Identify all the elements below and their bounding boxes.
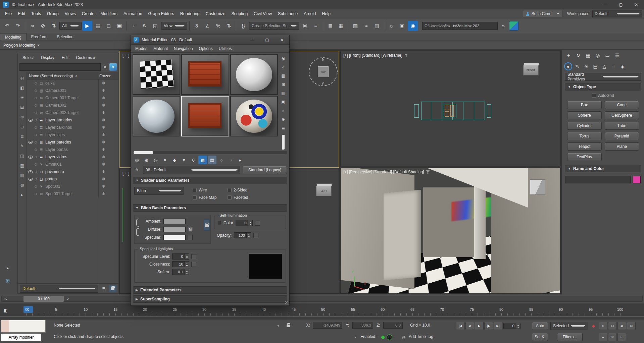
eye-icon[interactable] [28, 156, 33, 159]
utilities-tab-icon[interactable]: ☰ [613, 51, 622, 60]
close-icon[interactable]: ✕ [276, 35, 288, 45]
expand-tray-icon[interactable]: ▸ [4, 264, 11, 272]
lock-icon[interactable] [285, 322, 292, 330]
toggle-ribbon-icon[interactable]: ▦ [336, 21, 346, 31]
material-id-channel-icon[interactable]: 0 [189, 156, 198, 164]
material-slot-3[interactable] [230, 54, 278, 95]
frozen-icon[interactable]: ❄ [98, 116, 118, 124]
go-to-start-button[interactable]: |◀ [456, 322, 465, 330]
filter-icon[interactable]: ▦ [19, 162, 26, 169]
name-color-rollout[interactable]: ▼ Name and Color [565, 165, 641, 172]
hide-dot-icon[interactable] [35, 156, 37, 158]
polygon-modeling-panel[interactable]: Polygon Modeling [3, 43, 35, 48]
clear-search-icon[interactable]: ✕ [102, 65, 108, 69]
wire-checkbox[interactable] [193, 188, 197, 192]
menu-graph-editors[interactable]: Graph Editors [145, 9, 177, 18]
list-item[interactable]: ▤Camera002❄ [27, 102, 118, 109]
list-item[interactable]: ▤Camera001❄ [27, 87, 118, 94]
frame-indicator[interactable]: 0 / 100 [23, 296, 64, 302]
eye-icon[interactable] [28, 141, 33, 144]
viewport-filter-icon[interactable] [404, 54, 408, 57]
tube-button[interactable]: Tube [605, 122, 639, 130]
2sided-checkbox[interactable] [228, 188, 232, 192]
zoom-extents-icon[interactable]: ◉ [617, 322, 626, 330]
window-crossing-icon[interactable]: ▣ [114, 21, 125, 31]
render-production-icon[interactable]: ◉ [408, 21, 418, 31]
frozen-icon[interactable]: ❄ [98, 94, 118, 102]
supersampling-rollout[interactable]: ▶ SuperSampling [133, 295, 287, 303]
menu-file[interactable]: File [2, 9, 15, 18]
menu-display[interactable]: Display [38, 55, 57, 60]
render-setup-icon[interactable]: ☼ [386, 21, 396, 31]
named-selection-set-combo[interactable]: Create Selection Set [249, 22, 299, 30]
menu-edit[interactable]: Edit [58, 55, 72, 60]
filter-icon[interactable]: ≣ [19, 133, 26, 140]
enabled-toggle-icon[interactable]: ◔ [351, 334, 358, 341]
frozen-icon[interactable]: ❄ [98, 183, 118, 190]
viewport-left-label[interactable]: [ + ] [122, 171, 129, 176]
object-name-field[interactable] [565, 176, 631, 183]
search-input[interactable] [19, 63, 101, 71]
object-name[interactable]: Camera002 [45, 103, 98, 108]
tab-modeling[interactable]: Modeling [0, 33, 27, 41]
column-name-header[interactable]: Name (Sorted Ascending) ▲ [27, 72, 97, 79]
frozen-icon[interactable]: ❄ [98, 109, 118, 116]
horizontal-scrollbar[interactable] [133, 151, 287, 154]
specular-level-field[interactable]: 0 [172, 253, 185, 260]
menu-customize[interactable]: Customize [202, 9, 228, 18]
specular-color-swatch[interactable] [163, 235, 186, 240]
object-color-swatch[interactable] [633, 176, 641, 183]
show-material-in-viewport-icon[interactable]: ▩ [198, 156, 207, 164]
selection-filter-dropdown[interactable]: All [59, 22, 82, 30]
specular-level-spinner[interactable] [185, 253, 189, 260]
menu-create[interactable]: Create [79, 9, 98, 18]
menu-rendering[interactable]: Rendering [177, 9, 203, 18]
material-name-dropdown[interactable]: 08 - Default [143, 166, 240, 174]
material-slot-4[interactable] [133, 96, 180, 136]
menu-material[interactable]: Material [150, 46, 171, 51]
z-coordinate-field[interactable]: 0.0 [383, 322, 403, 329]
previous-key-button[interactable]: ◀| [465, 322, 474, 330]
filter-icon[interactable]: ▤ [19, 104, 26, 111]
menu-navigation[interactable]: Navigation [171, 46, 196, 51]
filter-icon[interactable]: ◻ [19, 123, 26, 130]
viewport-front[interactable]: [+] [Front] [Standard] [Wireframe] FRONT [340, 51, 560, 166]
filter-icon[interactable]: ◫ [19, 153, 26, 159]
viewport-menu-label[interactable]: [+] [Front] [Standard] [Wireframe] [343, 53, 402, 58]
select-and-rotate-icon[interactable]: ↻ [140, 21, 150, 31]
time-tag-icon[interactable]: ◎ [400, 334, 407, 341]
hide-dot-icon[interactable] [35, 97, 37, 99]
workspace-dropdown[interactable]: Default [592, 10, 642, 17]
project-folder-field[interactable] [422, 22, 498, 30]
object-name[interactable]: Layer:armarios [45, 118, 98, 122]
geometry-category-icon[interactable]: ● [564, 62, 572, 70]
object-name[interactable]: Layer:paredes [45, 140, 98, 145]
object-name[interactable]: Spot001 [45, 184, 98, 189]
menu-customize[interactable]: Customize [72, 55, 98, 60]
opacity-map-button[interactable] [253, 233, 258, 238]
filter-icon[interactable]: ▥ [19, 172, 26, 179]
unlink-icon[interactable]: ⊘ [38, 21, 48, 31]
object-name[interactable]: portap [45, 177, 98, 181]
current-frame-field[interactable]: 0 [503, 323, 516, 329]
put-to-scene-icon[interactable]: ◉ [142, 156, 151, 164]
object-name[interactable]: pavimento [45, 169, 98, 174]
list-item[interactable]: ≣Layer:vidros❄ [27, 153, 118, 161]
viewport-persp-label[interactable]: [+] [Perspective] [Standard] [Default Sh… [343, 170, 430, 174]
object-name[interactable]: Camera002.Target [45, 110, 98, 115]
viewport-menu-label[interactable]: [ + ] [122, 171, 129, 176]
list-item[interactable]: ◻portap❄ [27, 175, 118, 183]
select-by-name-icon[interactable]: ▤ [93, 21, 103, 31]
zoom-icon[interactable]: ⊕ [599, 322, 607, 330]
redo-icon[interactable]: ↷ [13, 21, 23, 31]
video-color-check-icon[interactable]: ▥ [280, 90, 287, 97]
previous-frame-button[interactable]: < [3, 296, 9, 302]
filters-button[interactable]: Filters... [557, 333, 583, 341]
torus-button[interactable]: Torus [567, 132, 602, 140]
menu-scripting[interactable]: Scripting [228, 9, 251, 18]
menu-modifiers[interactable]: Modifiers [97, 9, 120, 18]
motion-tab-icon[interactable]: ◎ [593, 51, 602, 60]
list-item[interactable]: ≣Layer:armarios❄ [27, 116, 118, 124]
soften-spinner[interactable] [185, 269, 189, 275]
hide-dot-icon[interactable] [35, 193, 37, 195]
